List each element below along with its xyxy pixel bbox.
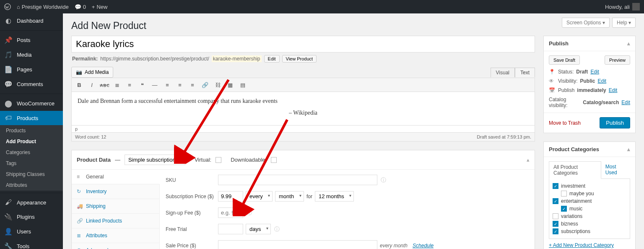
tab-text[interactable]: Text — [515, 68, 535, 77]
submenu-add-product[interactable]: Add Product — [0, 136, 63, 147]
align-center-icon[interactable]: ≡ — [175, 80, 185, 90]
blockquote-icon[interactable]: ❝ — [137, 80, 147, 90]
category-checkbox[interactable] — [553, 228, 558, 234]
schedule-link[interactable]: Schedule — [413, 243, 434, 249]
category-checkbox[interactable] — [553, 198, 558, 204]
hr-icon[interactable]: — — [150, 80, 160, 90]
category-checkbox[interactable] — [561, 206, 567, 212]
comment-icon: 💬 — [4, 80, 13, 88]
pd-tab-linked[interactable]: 🔗Linked Products — [72, 214, 159, 228]
category-item[interactable]: music — [553, 205, 626, 212]
submenu-shipping-classes[interactable]: Shipping Classes — [0, 169, 63, 180]
strike-icon[interactable]: ᴀʙᴄ — [99, 80, 109, 90]
sidebar-item-posts[interactable]: 📌Posts — [0, 33, 63, 47]
help-icon[interactable]: ⓘ — [274, 225, 280, 233]
pd-tab-advanced[interactable]: ⚙Advanced — [72, 243, 159, 249]
sidebar-item-media[interactable]: 🎵Media — [0, 47, 63, 62]
sidebar-item-comments[interactable]: 💬Comments — [0, 77, 63, 92]
help-icon[interactable]: ⓘ — [247, 209, 252, 217]
category-checkbox[interactable] — [553, 213, 558, 219]
edit-visibility-link[interactable]: Edit — [597, 78, 606, 84]
editor-content[interactable]: Dale and Brennan form a successful enter… — [71, 92, 535, 126]
pd-tab-shipping[interactable]: 🚚Shipping — [72, 199, 159, 214]
pd-tab-inventory[interactable]: ↻Inventory — [72, 184, 159, 199]
sidebar-item-pages[interactable]: 📄Pages — [0, 62, 63, 77]
submenu-attributes[interactable]: Attributes — [0, 180, 63, 191]
cat-tab-all[interactable]: All Product Categories — [549, 161, 601, 179]
submenu-tags[interactable]: Tags — [0, 158, 63, 169]
site-name-link[interactable]: ⌂ Prestige Worldwide — [17, 4, 69, 10]
howdy-user[interactable]: Howdy, ali — [605, 3, 640, 10]
virtual-checkbox[interactable] — [216, 157, 221, 163]
subscription-price-input[interactable] — [218, 191, 243, 202]
submenu-categories[interactable]: Categories — [0, 147, 63, 158]
number-list-icon[interactable]: ≡ — [125, 80, 135, 90]
sidebar-item-users[interactable]: 👤Users — [0, 224, 63, 239]
category-checkbox[interactable] — [553, 221, 558, 227]
align-left-icon[interactable]: ≡ — [162, 80, 172, 90]
sidebar-item-dashboard[interactable]: ◐Dashboard — [0, 13, 63, 28]
link-icon[interactable]: 🔗 — [200, 80, 210, 90]
wp-logo-icon[interactable] — [4, 3, 11, 10]
free-trial-unit-select[interactable]: days — [246, 224, 271, 234]
category-item[interactable]: bizness — [553, 220, 626, 228]
editor-paragraph: Dale and Brennan form a successful enter… — [78, 98, 529, 105]
free-trial-input[interactable] — [218, 224, 243, 234]
edit-publish-link[interactable]: Edit — [609, 87, 618, 93]
more-icon[interactable]: ▦ — [225, 80, 235, 90]
toggle-panel-icon[interactable]: ▴ — [527, 157, 530, 163]
add-media-button[interactable]: 📷Add Media — [71, 67, 113, 78]
submenu-products[interactable]: Products — [0, 125, 63, 136]
permalink-row: Permalink: https://gimme.subscription.be… — [72, 55, 534, 63]
sale-price-input[interactable] — [218, 240, 377, 249]
move-to-trash-link[interactable]: Move to Trash — [549, 120, 581, 126]
toggle-panel-icon[interactable]: ▴ — [627, 40, 630, 47]
cat-tab-most-used[interactable]: Most Used — [601, 161, 630, 178]
bullet-list-icon[interactable]: ≣ — [112, 80, 122, 90]
edit-catalog-link[interactable]: Edit — [621, 100, 630, 105]
product-type-select[interactable]: Simple subscription — [125, 155, 185, 165]
italic-icon[interactable]: I — [87, 80, 97, 90]
tab-visual[interactable]: Visual — [491, 68, 515, 77]
preview-button[interactable]: Preview — [605, 55, 630, 65]
signup-fee-input[interactable] — [218, 207, 243, 218]
toggle-panel-icon[interactable]: ▴ — [627, 146, 630, 152]
align-right-icon[interactable]: ≡ — [187, 80, 197, 90]
category-checkbox[interactable] — [553, 183, 558, 189]
category-item[interactable]: variations — [553, 212, 626, 220]
category-checkbox[interactable] — [561, 191, 567, 197]
pd-tab-attributes[interactable]: ≣Attributes — [72, 228, 159, 243]
category-item[interactable]: subscriptions — [553, 228, 626, 235]
sidebar-item-tools[interactable]: 🔧Tools — [0, 239, 63, 249]
toolbar-toggle-icon[interactable]: ▤ — [238, 80, 248, 90]
billing-every-select[interactable]: every — [246, 191, 273, 202]
sidebar-item-products[interactable]: 🏷Products — [0, 111, 63, 125]
category-item[interactable]: investment — [553, 182, 626, 190]
screen-options-button[interactable]: Screen Options ▾ — [562, 18, 610, 28]
new-content-link[interactable]: + New — [92, 4, 108, 10]
category-item[interactable]: entertainment — [553, 197, 626, 205]
billing-period-select[interactable]: month — [275, 191, 304, 202]
billing-duration-select[interactable]: 12 months — [315, 191, 354, 202]
bold-icon[interactable]: B — [74, 80, 84, 90]
permalink-edit-button[interactable]: Edit — [264, 55, 280, 63]
product-title-input[interactable] — [71, 36, 535, 52]
help-icon[interactable]: ⓘ — [381, 176, 386, 184]
sidebar-item-plugins[interactable]: 🔌Plugins — [0, 210, 63, 224]
unlink-icon[interactable]: ⛓ — [213, 80, 223, 90]
view-product-button[interactable]: View Product — [282, 55, 317, 63]
publish-button[interactable]: Publish — [600, 117, 630, 128]
add-new-category-link[interactable]: + Add New Product Category — [549, 242, 614, 248]
sidebar-item-label: Dashboard — [17, 18, 44, 24]
sidebar-item-woocommerce[interactable]: ⬤WooCommerce — [0, 96, 63, 111]
comments-link[interactable]: 💬 0 — [75, 4, 86, 10]
sidebar-item-appearance[interactable]: 🖌Appearance — [0, 195, 63, 210]
help-button[interactable]: Help ▾ — [612, 18, 636, 28]
sku-input[interactable] — [218, 175, 377, 185]
pd-tab-general[interactable]: ≡General — [72, 170, 160, 184]
sidebar-item-label: Products — [17, 115, 38, 121]
downloadable-checkbox[interactable] — [271, 157, 277, 163]
edit-status-link[interactable]: Edit — [590, 69, 599, 75]
save-draft-button[interactable]: Save Draft — [549, 55, 580, 65]
category-item[interactable]: maybe you — [553, 190, 626, 197]
